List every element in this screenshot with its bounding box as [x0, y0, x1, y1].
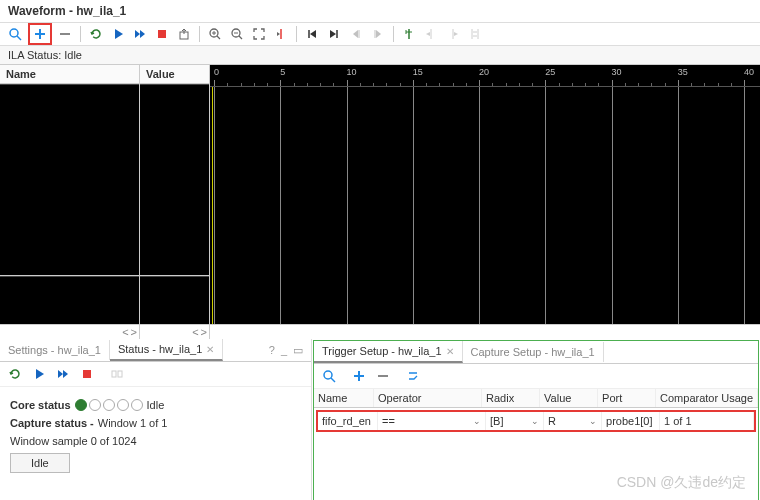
- goto-start-icon[interactable]: [303, 25, 321, 43]
- trigger-table-header: Name Operator Radix Value Port Comparato…: [314, 389, 758, 408]
- zoom-fit-icon[interactable]: [250, 25, 268, 43]
- svg-marker-31: [426, 32, 430, 36]
- swap-markers-icon[interactable]: [466, 25, 484, 43]
- ila-status: ILA Status: Idle: [0, 46, 760, 65]
- svg-marker-22: [330, 30, 336, 38]
- scroll-left-icon[interactable]: <: [192, 326, 198, 338]
- svg-marker-18: [277, 32, 280, 36]
- cell-name: fifo_rd_en: [318, 412, 378, 430]
- tab-capture-setup[interactable]: Capture Setup - hw_ila_1: [463, 342, 604, 362]
- svg-line-11: [217, 36, 220, 39]
- scroll-left-icon[interactable]: <: [122, 326, 128, 338]
- main-toolbar: [0, 22, 760, 46]
- name-list[interactable]: [0, 84, 139, 275]
- fast-forward-icon[interactable]: [54, 365, 72, 383]
- stop-icon[interactable]: [78, 365, 96, 383]
- panel-menu-icon[interactable]: ▭: [293, 344, 303, 357]
- search-icon[interactable]: [320, 367, 338, 385]
- cell-value[interactable]: R⌄: [544, 412, 602, 430]
- capture-status-label: Capture status -: [10, 417, 94, 429]
- col-name[interactable]: Name: [314, 389, 374, 407]
- chevron-down-icon[interactable]: ⌄: [531, 416, 539, 426]
- name-header[interactable]: Name: [0, 65, 139, 84]
- core-status-label: Core status: [10, 399, 71, 411]
- svg-rect-39: [83, 370, 91, 378]
- waveform-area: Name Value 0510152025303540: [0, 65, 760, 325]
- waveform-canvas[interactable]: 0510152025303540: [210, 65, 760, 324]
- zoom-in-icon[interactable]: [206, 25, 224, 43]
- add-icon[interactable]: [31, 25, 49, 43]
- window-sample: Window sample 0 of 1024: [10, 435, 301, 447]
- svg-rect-40: [112, 371, 116, 377]
- status-dots: [75, 399, 143, 411]
- close-icon[interactable]: ✕: [446, 346, 454, 357]
- link-icon[interactable]: [108, 365, 126, 383]
- svg-marker-37: [58, 370, 63, 378]
- trigger-mode-icon[interactable]: [404, 367, 422, 385]
- svg-line-43: [331, 378, 335, 382]
- add-marker-icon[interactable]: [400, 25, 418, 43]
- remove-icon[interactable]: [56, 25, 74, 43]
- tab-settings[interactable]: Settings - hw_ila_1: [0, 340, 110, 360]
- refresh-icon[interactable]: [87, 25, 105, 43]
- next-marker-icon[interactable]: [444, 25, 462, 43]
- idle-button[interactable]: Idle: [10, 453, 70, 473]
- prev-edge-icon[interactable]: [347, 25, 365, 43]
- play-icon[interactable]: [109, 25, 127, 43]
- svg-marker-36: [36, 369, 44, 379]
- minimize-icon[interactable]: _: [281, 344, 287, 357]
- svg-marker-33: [454, 32, 458, 36]
- time-ruler[interactable]: 0510152025303540: [210, 65, 760, 87]
- next-edge-icon[interactable]: [369, 25, 387, 43]
- fast-forward-icon[interactable]: [131, 25, 149, 43]
- add-icon[interactable]: [350, 367, 368, 385]
- svg-marker-20: [310, 30, 316, 38]
- cell-port: probe1[0]: [602, 412, 660, 430]
- cursor-line[interactable]: [212, 87, 213, 324]
- svg-marker-38: [63, 370, 68, 378]
- svg-marker-5: [115, 29, 123, 39]
- svg-point-0: [10, 29, 18, 37]
- zoom-out-icon[interactable]: [228, 25, 246, 43]
- help-icon[interactable]: ?: [269, 344, 275, 357]
- scroll-right-icon[interactable]: >: [201, 326, 207, 338]
- scroll-right-icon[interactable]: >: [131, 326, 137, 338]
- prev-marker-icon[interactable]: [422, 25, 440, 43]
- col-port[interactable]: Port: [598, 389, 656, 407]
- col-value[interactable]: Value: [540, 389, 598, 407]
- cell-operator[interactable]: ==⌄: [378, 412, 486, 430]
- goto-cursor-icon[interactable]: [272, 25, 290, 43]
- play-icon[interactable]: [30, 365, 48, 383]
- col-radix[interactable]: Radix: [482, 389, 540, 407]
- name-list-lower: [0, 276, 139, 324]
- svg-marker-25: [376, 30, 381, 38]
- col-operator[interactable]: Operator: [374, 389, 482, 407]
- chevron-down-icon[interactable]: ⌄: [473, 416, 481, 426]
- scroll-row: <> <>: [0, 325, 760, 339]
- svg-marker-6: [135, 30, 140, 38]
- chevron-down-icon[interactable]: ⌄: [589, 416, 597, 426]
- trigger-panel: Trigger Setup - hw_ila_1✕ Capture Setup …: [313, 340, 759, 500]
- close-icon[interactable]: ✕: [206, 344, 214, 355]
- cell-comparator: 1 of 1: [660, 412, 754, 430]
- capture-status-value: Window 1 of 1: [98, 417, 168, 429]
- refresh-icon[interactable]: [6, 365, 24, 383]
- export-icon[interactable]: [175, 25, 193, 43]
- status-panel: Settings - hw_ila_1 Status - hw_ila_1✕ ?…: [0, 339, 312, 500]
- search-icon[interactable]: [6, 25, 24, 43]
- cell-radix[interactable]: [B]⌄: [486, 412, 544, 430]
- value-column: Value: [140, 65, 210, 324]
- value-header[interactable]: Value: [140, 65, 209, 84]
- add-button-highlight: [28, 23, 52, 45]
- remove-icon[interactable]: [374, 367, 392, 385]
- col-comparator[interactable]: Comparator Usage: [656, 389, 758, 407]
- tab-status[interactable]: Status - hw_ila_1✕: [110, 339, 223, 361]
- svg-marker-23: [353, 30, 358, 38]
- goto-end-icon[interactable]: [325, 25, 343, 43]
- stop-icon[interactable]: [153, 25, 171, 43]
- tab-trigger-setup[interactable]: Trigger Setup - hw_ila_1✕: [314, 341, 462, 363]
- svg-rect-8: [158, 30, 166, 38]
- svg-rect-41: [118, 371, 122, 377]
- value-list-lower: [140, 276, 209, 324]
- trigger-row[interactable]: fifo_rd_en ==⌄ [B]⌄ R⌄ probe1[0] 1 of 1: [316, 410, 756, 432]
